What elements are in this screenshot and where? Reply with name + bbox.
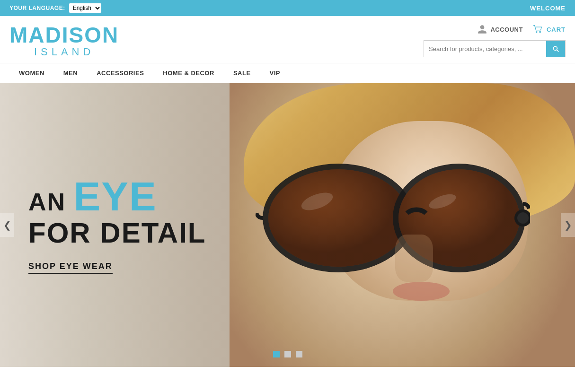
language-selector[interactable]: YOUR LANGUAGE: English <box>9 3 101 13</box>
svg-point-7 <box>517 212 529 224</box>
welcome-text: WELCOME <box>530 5 566 12</box>
hero-eye-text: EYE <box>74 174 157 219</box>
hero-banner: AN EYE FOR DETAIL SHOP EYE WEAR ❮ ❯ <box>0 83 575 367</box>
hero-cta-button[interactable]: SHOP EYE WEAR <box>28 261 113 274</box>
slider-dot-3[interactable] <box>296 351 302 357</box>
main-nav: WOMEN MEN ACCESSORIES HOME & DECOR SALE … <box>0 63 575 83</box>
account-icon <box>477 24 487 35</box>
sunglasses-svg <box>256 157 530 279</box>
language-label: YOUR LANGUAGE: <box>9 5 65 11</box>
svg-point-2 <box>268 169 408 267</box>
language-dropdown[interactable]: English <box>69 3 101 13</box>
lips-area <box>393 282 450 301</box>
slider-arrow-right[interactable]: ❯ <box>561 213 575 237</box>
cart-icon <box>532 25 544 34</box>
logo-madison: MADISON <box>9 24 119 46</box>
nose-area <box>395 235 433 282</box>
slider-dots <box>273 351 302 357</box>
hero-image <box>206 83 575 367</box>
nav-item-sale[interactable]: SALE <box>224 63 260 83</box>
hero-an-text: AN <box>28 188 66 216</box>
hero-text-block: AN EYE FOR DETAIL SHOP EYE WEAR <box>28 176 206 274</box>
search-bar <box>424 40 566 57</box>
site-logo[interactable]: MADISON ISLAND <box>9 24 119 57</box>
slider-dot-2[interactable] <box>284 351 291 357</box>
nav-item-home-decor[interactable]: HOME & DECOR <box>153 63 224 83</box>
top-bar: YOUR LANGUAGE: English WELCOME <box>0 0 575 16</box>
logo-island: ISLAND <box>9 47 119 57</box>
account-link[interactable]: ACCOUNT <box>477 24 523 35</box>
account-label: ACCOUNT <box>490 26 523 33</box>
nav-item-men[interactable]: MEN <box>54 63 87 83</box>
search-icon <box>552 45 559 52</box>
cart-link[interactable]: CART <box>532 25 566 34</box>
nav-item-women[interactable]: WOMEN <box>9 63 54 83</box>
header-right: ACCOUNT CART <box>424 24 566 57</box>
search-input[interactable] <box>424 41 546 57</box>
hero-line-an-eye: AN EYE <box>28 176 206 217</box>
header-actions: ACCOUNT CART <box>477 24 566 35</box>
nav-item-accessories[interactable]: ACCESSORIES <box>87 63 153 83</box>
slider-arrow-left[interactable]: ❮ <box>0 213 14 237</box>
cart-label: CART <box>547 26 566 33</box>
nav-item-vip[interactable]: VIP <box>260 63 290 83</box>
search-button[interactable] <box>546 41 565 57</box>
slider-dot-1[interactable] <box>273 351 280 357</box>
hero-for-detail-text: FOR DETAIL <box>28 219 206 247</box>
site-header: MADISON ISLAND ACCOUNT CART <box>0 16 575 63</box>
